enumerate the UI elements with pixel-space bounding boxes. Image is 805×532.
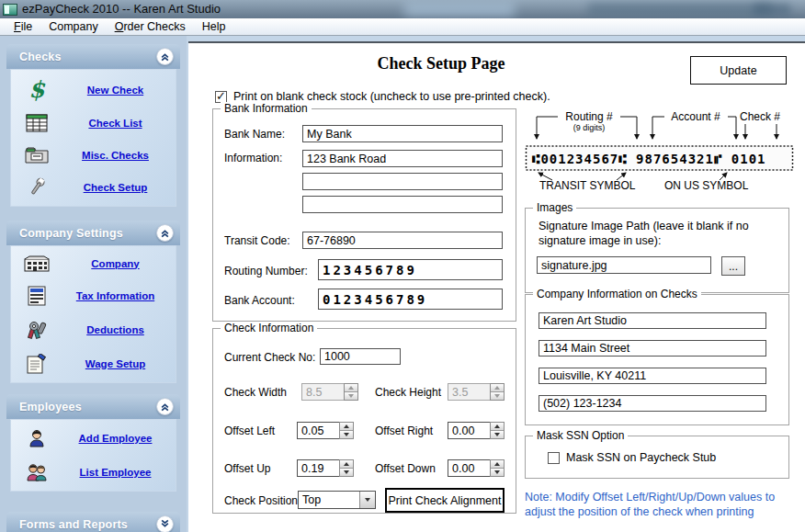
offset-left-label: Offset Left (224, 424, 275, 437)
chevron-down-icon (158, 517, 172, 531)
offset-up-stepper[interactable] (297, 459, 354, 477)
company-street-input[interactable] (539, 340, 766, 357)
bank-information-input-1[interactable] (302, 150, 503, 167)
check-width-value (301, 383, 344, 401)
transit-code-input[interactable] (302, 232, 503, 249)
update-button[interactable]: Update (690, 56, 787, 85)
offset-right-stepper[interactable] (448, 422, 505, 439)
stepper-up-button (491, 384, 504, 391)
stepper-buttons (339, 422, 354, 439)
sidebar-item-add-employee[interactable]: Add Employee (11, 429, 176, 447)
stepper-down-button[interactable] (491, 430, 504, 438)
collapse-button[interactable] (156, 48, 174, 65)
check-position-label: Check Position (224, 494, 298, 507)
sidebar-item-wage-setup[interactable]: Wage Setup (11, 354, 176, 374)
sidebar-item-label: Deductions (62, 324, 176, 335)
menu-file[interactable]: File (6, 19, 40, 34)
bank-information-input-2[interactable] (302, 173, 503, 190)
section-title: Checks (19, 51, 62, 63)
sidebar-item-deductions[interactable]: Deductions (11, 320, 176, 340)
sidebar-item-company[interactable]: Company (11, 255, 176, 272)
sidebar-item-label: Add Employee (62, 433, 176, 444)
signature-path-input[interactable] (537, 256, 711, 274)
group-title: Mask SSN Option (533, 429, 628, 442)
sidebar-item-misc-checks[interactable]: Misc. Checks (11, 146, 176, 164)
sidebar-panel-company-settings: Company Tax Information Deductions Wage … (10, 245, 176, 383)
check-height-label: Check Height (375, 386, 441, 399)
browse-button[interactable]: ... (721, 256, 745, 276)
bank-name-input[interactable] (302, 125, 503, 142)
collapse-button[interactable] (156, 398, 174, 415)
sidebar-item-list-employee[interactable]: List Employee (11, 463, 176, 481)
sidebar-panel-checks: $ New Check Check List Misc. Checks Che (10, 69, 176, 207)
check-position-dropdown[interactable]: Top (298, 491, 376, 509)
mask-ssn-checkbox-label: Mask SSN on Paycheck Stub (566, 451, 716, 464)
stepper-up-button[interactable] (340, 423, 353, 430)
sidebar-item-label: Wage Setup (62, 358, 176, 369)
offset-left-stepper[interactable] (297, 422, 354, 439)
sidebar-panel-employees: Add Employee List Employee (10, 419, 176, 492)
check-width-stepper (301, 383, 358, 401)
dropdown-arrow-button[interactable] (359, 492, 375, 508)
current-check-no-input[interactable] (320, 348, 401, 365)
section-title: Forms and Reports (19, 518, 128, 531)
sidebar-section-company-settings-header: Company Settings (6, 221, 180, 245)
stepper-down-button[interactable] (491, 468, 504, 476)
stepper-down-button[interactable] (340, 430, 353, 438)
chevron-up-icon (158, 50, 172, 63)
blank-stock-checkbox-row: Print on blank check stock (uncheck to u… (215, 90, 550, 103)
stepper-up-button[interactable] (491, 460, 504, 468)
dollar-icon: $ (11, 78, 62, 101)
sidebar-item-check-setup[interactable]: Check Setup (11, 177, 176, 198)
check-number-label: Check # (740, 110, 780, 123)
bank-name-label: Bank Name: (224, 128, 285, 141)
sidebar-item-label: Company (62, 258, 176, 269)
account-label: Account # (671, 110, 720, 123)
menu-company[interactable]: Company (40, 19, 107, 34)
blank-stock-checkbox-label: Print on blank check stock (uncheck to u… (233, 90, 550, 103)
group-title: Images (533, 201, 576, 214)
print-check-alignment-button[interactable]: Print Check Alignment (385, 488, 505, 513)
menu-help[interactable]: Help (194, 19, 234, 34)
routing-number-input[interactable] (318, 259, 503, 280)
wrench-icon (11, 177, 62, 198)
sidebar-section-employees-header: Employees (6, 394, 180, 419)
company-name-input[interactable] (539, 312, 766, 329)
company-city-input[interactable] (539, 368, 766, 384)
sidebar-item-label: Check List (62, 118, 176, 129)
group-title: Company Information on Checks (533, 288, 701, 300)
mask-ssn-checkbox[interactable] (548, 452, 560, 464)
offset-left-value[interactable] (297, 422, 339, 439)
mask-ssn-checkbox-row: Mask SSN on Paycheck Stub (548, 451, 716, 464)
sidebar-section-forms-reports-header: Forms and Reports (6, 512, 180, 532)
blank-stock-checkbox[interactable] (215, 91, 227, 103)
check-diagram: Routing # (9 digits) Account # Check # ⑆… (525, 108, 797, 194)
stepper-buttons (490, 459, 505, 477)
bank-information-input-3[interactable] (302, 196, 503, 213)
menu-order-checks[interactable]: Order Checks (107, 19, 194, 34)
app-icon (3, 4, 17, 16)
stepper-down-button[interactable] (340, 468, 353, 476)
sidebar-item-check-list[interactable]: Check List (11, 114, 176, 132)
stepper-down-button (345, 391, 357, 400)
people-icon (11, 463, 62, 481)
section-title: Company Settings (19, 227, 123, 240)
offset-up-value[interactable] (297, 459, 339, 477)
sidebar-item-tax-information[interactable]: Tax Information (11, 286, 176, 306)
expand-button[interactable] (156, 515, 174, 532)
stepper-up-button[interactable] (491, 423, 504, 430)
bank-account-input[interactable] (318, 289, 503, 310)
tax-document-icon (11, 286, 62, 306)
offset-down-stepper[interactable] (448, 459, 505, 477)
offset-right-value[interactable] (448, 422, 490, 439)
company-phone-input[interactable] (539, 395, 766, 412)
bank-information-label: Information: (224, 152, 282, 164)
offset-down-value[interactable] (448, 459, 490, 477)
sidebar-item-new-check[interactable]: $ New Check (11, 78, 176, 101)
routing-label: Routing # (565, 110, 613, 123)
stepper-up-button[interactable] (340, 460, 353, 468)
titlebar-smudge (588, 3, 772, 16)
content-area: Checks $ New Check Check List Misc. (0, 36, 805, 532)
collapse-button[interactable] (156, 224, 174, 242)
sidebar-section-checks-header: Checks (6, 44, 180, 69)
